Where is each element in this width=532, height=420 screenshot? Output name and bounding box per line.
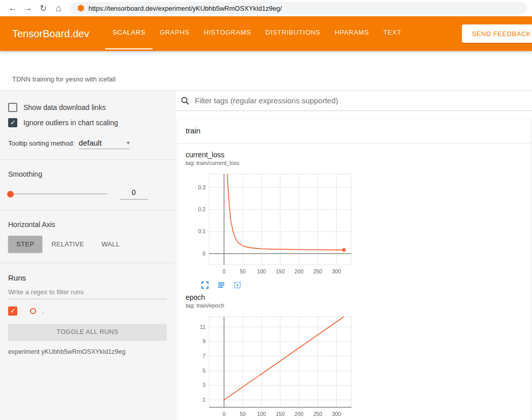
svg-text:100: 100 [257, 411, 266, 417]
smoothing-label: Smoothing [8, 170, 167, 178]
wall-button[interactable]: WALL [93, 236, 128, 253]
fit-domain-icon[interactable] [233, 281, 242, 289]
divider [0, 159, 175, 160]
tab-scalars[interactable]: SCALARS [105, 16, 153, 49]
svg-text:0: 0 [223, 411, 226, 417]
divider [0, 263, 175, 263]
filter-tags-input[interactable] [195, 96, 532, 105]
tooltip-sorting-value: default [79, 138, 102, 147]
reload-icon[interactable] [36, 3, 51, 14]
train-section-header[interactable]: train [178, 118, 531, 144]
svg-text:250: 250 [313, 268, 322, 274]
run-row: . [8, 306, 167, 316]
smoothing-slider-thumb[interactable] [7, 191, 14, 198]
svg-text:200: 200 [294, 411, 304, 417]
step-button[interactable]: STEP [8, 236, 42, 253]
smoothing-value[interactable]: 0 [120, 188, 148, 200]
search-icon [181, 96, 190, 105]
svg-text:50: 50 [240, 268, 246, 274]
tab-distributions[interactable]: DISTRIBUTIONS [258, 16, 328, 49]
chart-title: epoch [186, 293, 356, 301]
chart-plot[interactable]: 05010015020025030000.10.20.3 [186, 171, 356, 280]
runs-label: Runs [8, 273, 167, 282]
svg-text:0.1: 0.1 [198, 228, 205, 234]
svg-text:7: 7 [202, 353, 205, 359]
svg-text:1: 1 [202, 397, 205, 403]
fullscreen-icon[interactable] [201, 281, 209, 289]
chevron-down-icon [127, 139, 130, 146]
chart-toolbar [186, 281, 356, 289]
show-download-links-label: Show data download links [23, 103, 106, 111]
tooltip-sorting-label: Tooltip sorting method: [8, 139, 75, 149]
tab-text[interactable]: TEXT [376, 16, 409, 49]
svg-text:300: 300 [332, 268, 341, 274]
tooltip-sorting-dropdown[interactable]: default [79, 138, 130, 149]
run-color-swatch [30, 308, 36, 314]
show-download-links-row[interactable]: Show data download links [8, 103, 167, 112]
ignore-outliers-row[interactable]: Ignore outliers in chart scaling [8, 118, 167, 127]
svg-text:0.2: 0.2 [198, 206, 205, 212]
svg-text:300: 300 [332, 411, 341, 417]
smoothing-slider-row: 0 [8, 188, 167, 200]
subheader: TDNN training for yesno with icefall [0, 51, 532, 91]
url-text: https://tensorboard.dev/experiment/yKUbh… [88, 5, 282, 12]
forward-icon[interactable] [20, 3, 36, 13]
tab-graphs[interactable]: GRAPHS [153, 16, 197, 49]
experiment-title: TDNN training for yesno with icefall [12, 75, 115, 83]
chart-card: epochtag: train/epoch0501001502002503001… [186, 293, 356, 420]
svg-text:11: 11 [200, 324, 205, 330]
address-bar[interactable]: https://tensorboard.dev/experiment/yKUbh… [70, 2, 527, 14]
content: Show data download links Ignore outliers… [0, 91, 532, 420]
svg-text:100: 100 [257, 268, 266, 274]
svg-text:0: 0 [202, 250, 205, 257]
horizontal-axis-label: Horizontal Axis [8, 220, 167, 229]
back-icon[interactable] [5, 3, 20, 13]
filter-tags-row [175, 91, 532, 111]
runs-filter-input[interactable] [8, 284, 167, 299]
svg-text:50: 50 [240, 411, 246, 417]
ignore-outliers-checkbox[interactable] [8, 118, 17, 127]
run-name: . [42, 307, 44, 315]
page: https://tensorboard.dev/experiment/yKUbh… [0, 0, 532, 420]
chart-card: current_losstag: train/current_loss05010… [186, 151, 356, 289]
nav-tabs: SCALARS GRAPHS HISTOGRAMS DISTRIBUTIONS … [105, 16, 408, 51]
smoothing-slider[interactable] [8, 193, 107, 194]
svg-text:250: 250 [313, 411, 322, 417]
horizontal-bars-icon[interactable] [217, 281, 225, 289]
experiment-caption: experiment yKUbhb5wRmOSXYkId1z9eg [8, 348, 167, 355]
app-header: TensorBoard.dev SCALARS GRAPHS HISTOGRAM… [0, 16, 532, 51]
divider [0, 210, 175, 210]
svg-text:200: 200 [294, 268, 304, 274]
svg-text:150: 150 [276, 268, 285, 274]
relative-button[interactable]: RELATIVE [43, 236, 92, 253]
svg-text:0.3: 0.3 [198, 184, 205, 190]
app-logo: TensorBoard.dev [0, 16, 89, 51]
send-feedback-button[interactable]: SEND FEEDBACK [462, 24, 532, 43]
tooltip-sorting-row: Tooltip sorting method: default [8, 138, 167, 149]
svg-text:150: 150 [276, 411, 285, 417]
main: train current_losstag: train/current_los… [175, 91, 532, 420]
tab-histograms[interactable]: HISTOGRAMS [197, 16, 258, 49]
svg-text:5: 5 [202, 368, 205, 374]
toggle-all-runs-button[interactable]: TOGGLE ALL RUNS [8, 324, 167, 340]
tab-hparams[interactable]: HPARAMS [328, 16, 376, 49]
svg-text:9: 9 [202, 338, 205, 344]
show-download-links-checkbox[interactable] [8, 103, 17, 112]
ignore-outliers-label: Ignore outliers in chart scaling [23, 119, 118, 127]
svg-text:0: 0 [223, 268, 226, 274]
chart-tag: tag: train/epoch [186, 302, 356, 309]
run-checkbox[interactable] [8, 306, 17, 316]
sidebar: Show data download links Ignore outliers… [0, 91, 175, 420]
chart-plot[interactable]: 0501001502002503001357911 [186, 314, 356, 420]
browser-chrome: https://tensorboard.dev/experiment/yKUbh… [0, 0, 532, 16]
charts-grid: current_losstag: train/current_loss05010… [178, 144, 531, 420]
train-card: train current_losstag: train/current_los… [178, 118, 531, 420]
tensorboard-favicon [77, 5, 84, 12]
horizontal-axis-buttons: STEP RELATIVE WALL [8, 236, 167, 253]
home-icon[interactable] [51, 3, 66, 14]
svg-text:3: 3 [202, 382, 205, 388]
chart-title: current_loss [186, 151, 356, 159]
chart-tag: tag: train/current_loss [186, 160, 356, 166]
